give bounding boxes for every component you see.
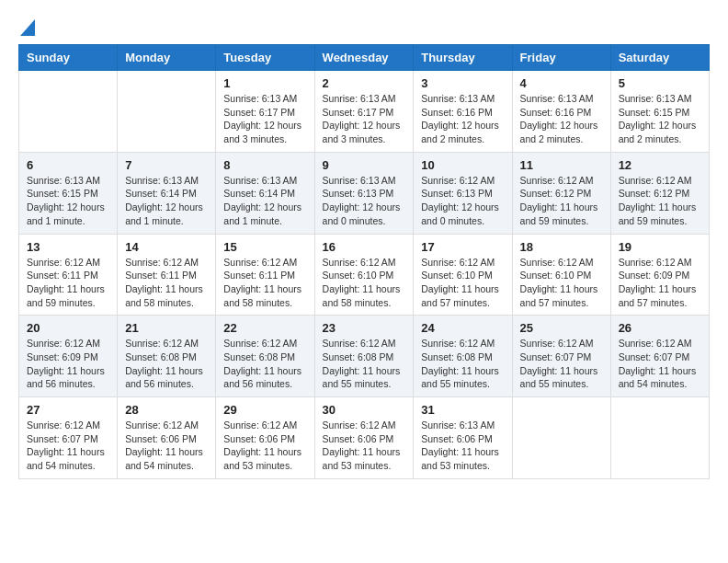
cell-content: Sunrise: 6:12 AM Sunset: 6:10 PM Dayligh… — [520, 256, 603, 310]
cell-content: Sunrise: 6:12 AM Sunset: 6:11 PM Dayligh… — [223, 256, 306, 310]
cell-content: Sunrise: 6:12 AM Sunset: 6:08 PM Dayligh… — [125, 337, 208, 391]
day-number: 5 — [619, 76, 701, 90]
calendar-week-row: 13Sunrise: 6:12 AM Sunset: 6:11 PM Dayli… — [19, 234, 710, 316]
day-number: 27 — [27, 403, 109, 417]
calendar-cell — [610, 397, 709, 479]
calendar-cell: 26Sunrise: 6:12 AM Sunset: 6:07 PM Dayli… — [610, 316, 709, 397]
calendar-cell: 8Sunrise: 6:13 AM Sunset: 6:14 PM Daylig… — [216, 152, 314, 234]
calendar-cell: 17Sunrise: 6:12 AM Sunset: 6:10 PM Dayli… — [414, 234, 512, 316]
weekday-header-thursday: Thursday — [414, 45, 512, 71]
day-number: 16 — [323, 240, 406, 254]
calendar-cell: 3Sunrise: 6:13 AM Sunset: 6:16 PM Daylig… — [414, 71, 512, 153]
cell-content: Sunrise: 6:12 AM Sunset: 6:07 PM Dayligh… — [619, 337, 701, 391]
cell-content: Sunrise: 6:13 AM Sunset: 6:14 PM Dayligh… — [223, 174, 306, 228]
calendar-cell — [512, 397, 610, 479]
day-number: 3 — [421, 76, 504, 90]
cell-content: Sunrise: 6:12 AM Sunset: 6:06 PM Dayligh… — [323, 419, 406, 473]
day-number: 6 — [27, 158, 109, 172]
calendar-cell: 21Sunrise: 6:12 AM Sunset: 6:08 PM Dayli… — [118, 316, 216, 397]
cell-content: Sunrise: 6:12 AM Sunset: 6:08 PM Dayligh… — [421, 337, 504, 391]
day-number: 2 — [323, 76, 406, 90]
calendar-cell: 24Sunrise: 6:12 AM Sunset: 6:08 PM Dayli… — [414, 316, 512, 397]
weekday-header-friday: Friday — [512, 45, 610, 71]
svg-marker-0 — [20, 19, 35, 36]
day-number: 29 — [223, 403, 306, 417]
cell-content: Sunrise: 6:12 AM Sunset: 6:13 PM Dayligh… — [421, 174, 504, 228]
calendar-cell: 2Sunrise: 6:13 AM Sunset: 6:17 PM Daylig… — [314, 71, 414, 153]
calendar-cell: 15Sunrise: 6:12 AM Sunset: 6:11 PM Dayli… — [216, 234, 314, 316]
cell-content: Sunrise: 6:13 AM Sunset: 6:06 PM Dayligh… — [421, 419, 504, 473]
calendar-cell: 19Sunrise: 6:12 AM Sunset: 6:09 PM Dayli… — [610, 234, 709, 316]
calendar-cell: 9Sunrise: 6:13 AM Sunset: 6:13 PM Daylig… — [314, 152, 414, 234]
calendar-cell: 31Sunrise: 6:13 AM Sunset: 6:06 PM Dayli… — [414, 397, 512, 479]
cell-content: Sunrise: 6:13 AM Sunset: 6:16 PM Dayligh… — [520, 92, 603, 146]
cell-content: Sunrise: 6:13 AM Sunset: 6:17 PM Dayligh… — [223, 92, 306, 146]
calendar-cell: 27Sunrise: 6:12 AM Sunset: 6:07 PM Dayli… — [19, 397, 118, 479]
day-number: 23 — [323, 321, 406, 335]
day-number: 11 — [520, 158, 603, 172]
calendar-cell: 7Sunrise: 6:13 AM Sunset: 6:14 PM Daylig… — [118, 152, 216, 234]
day-number: 1 — [223, 76, 306, 90]
calendar-cell: 18Sunrise: 6:12 AM Sunset: 6:10 PM Dayli… — [512, 234, 610, 316]
day-number: 13 — [27, 240, 109, 254]
calendar-cell: 30Sunrise: 6:12 AM Sunset: 6:06 PM Dayli… — [314, 397, 414, 479]
cell-content: Sunrise: 6:13 AM Sunset: 6:17 PM Dayligh… — [323, 92, 406, 146]
day-number: 31 — [421, 403, 504, 417]
cell-content: Sunrise: 6:12 AM Sunset: 6:11 PM Dayligh… — [125, 256, 208, 310]
day-number: 14 — [125, 240, 208, 254]
calendar-table: SundayMondayTuesdayWednesdayThursdayFrid… — [18, 44, 710, 479]
weekday-header-wednesday: Wednesday — [314, 45, 414, 71]
calendar-week-row: 1Sunrise: 6:13 AM Sunset: 6:17 PM Daylig… — [19, 71, 710, 153]
day-number: 12 — [619, 158, 701, 172]
day-number: 20 — [27, 321, 109, 335]
cell-content: Sunrise: 6:12 AM Sunset: 6:09 PM Dayligh… — [27, 337, 109, 391]
cell-content: Sunrise: 6:13 AM Sunset: 6:14 PM Dayligh… — [125, 174, 208, 228]
cell-content: Sunrise: 6:12 AM Sunset: 6:07 PM Dayligh… — [520, 337, 603, 391]
day-number: 28 — [125, 403, 208, 417]
day-number: 7 — [125, 158, 208, 172]
calendar-week-row: 27Sunrise: 6:12 AM Sunset: 6:07 PM Dayli… — [19, 397, 710, 479]
weekday-header-tuesday: Tuesday — [216, 45, 314, 71]
day-number: 15 — [223, 240, 306, 254]
calendar-cell: 12Sunrise: 6:12 AM Sunset: 6:12 PM Dayli… — [610, 152, 709, 234]
day-number: 4 — [520, 76, 603, 90]
cell-content: Sunrise: 6:12 AM Sunset: 6:10 PM Dayligh… — [323, 256, 406, 310]
calendar-cell — [19, 71, 118, 153]
calendar-header-row: SundayMondayTuesdayWednesdayThursdayFrid… — [19, 45, 710, 71]
calendar-cell: 16Sunrise: 6:12 AM Sunset: 6:10 PM Dayli… — [314, 234, 414, 316]
calendar-cell: 20Sunrise: 6:12 AM Sunset: 6:09 PM Dayli… — [19, 316, 118, 397]
calendar-cell: 22Sunrise: 6:12 AM Sunset: 6:08 PM Dayli… — [216, 316, 314, 397]
calendar-cell: 23Sunrise: 6:12 AM Sunset: 6:08 PM Dayli… — [314, 316, 414, 397]
day-number: 30 — [323, 403, 406, 417]
calendar-cell: 10Sunrise: 6:12 AM Sunset: 6:13 PM Dayli… — [414, 152, 512, 234]
cell-content: Sunrise: 6:12 AM Sunset: 6:11 PM Dayligh… — [27, 256, 109, 310]
cell-content: Sunrise: 6:12 AM Sunset: 6:12 PM Dayligh… — [520, 174, 603, 228]
weekday-header-monday: Monday — [118, 45, 216, 71]
calendar-cell: 28Sunrise: 6:12 AM Sunset: 6:06 PM Dayli… — [118, 397, 216, 479]
day-number: 17 — [421, 240, 504, 254]
logo-arrow-icon — [20, 19, 35, 36]
calendar-cell: 25Sunrise: 6:12 AM Sunset: 6:07 PM Dayli… — [512, 316, 610, 397]
cell-content: Sunrise: 6:13 AM Sunset: 6:15 PM Dayligh… — [619, 92, 701, 146]
calendar-cell: 13Sunrise: 6:12 AM Sunset: 6:11 PM Dayli… — [19, 234, 118, 316]
day-number: 22 — [223, 321, 306, 335]
cell-content: Sunrise: 6:12 AM Sunset: 6:12 PM Dayligh… — [619, 174, 701, 228]
calendar-week-row: 20Sunrise: 6:12 AM Sunset: 6:09 PM Dayli… — [19, 316, 710, 397]
day-number: 24 — [421, 321, 504, 335]
cell-content: Sunrise: 6:12 AM Sunset: 6:09 PM Dayligh… — [619, 256, 701, 310]
calendar-cell: 5Sunrise: 6:13 AM Sunset: 6:15 PM Daylig… — [610, 71, 709, 153]
cell-content: Sunrise: 6:12 AM Sunset: 6:06 PM Dayligh… — [125, 419, 208, 473]
cell-content: Sunrise: 6:12 AM Sunset: 6:10 PM Dayligh… — [421, 256, 504, 310]
day-number: 25 — [520, 321, 603, 335]
cell-content: Sunrise: 6:13 AM Sunset: 6:15 PM Dayligh… — [27, 174, 109, 228]
day-number: 18 — [520, 240, 603, 254]
cell-content: Sunrise: 6:12 AM Sunset: 6:08 PM Dayligh… — [323, 337, 406, 391]
day-number: 21 — [125, 321, 208, 335]
day-number: 9 — [323, 158, 406, 172]
calendar-week-row: 6Sunrise: 6:13 AM Sunset: 6:15 PM Daylig… — [19, 152, 710, 234]
calendar-cell: 1Sunrise: 6:13 AM Sunset: 6:17 PM Daylig… — [216, 71, 314, 153]
calendar-cell: 29Sunrise: 6:12 AM Sunset: 6:06 PM Dayli… — [216, 397, 314, 479]
weekday-header-sunday: Sunday — [19, 45, 118, 71]
logo — [18, 18, 35, 35]
cell-content: Sunrise: 6:12 AM Sunset: 6:07 PM Dayligh… — [27, 419, 109, 473]
